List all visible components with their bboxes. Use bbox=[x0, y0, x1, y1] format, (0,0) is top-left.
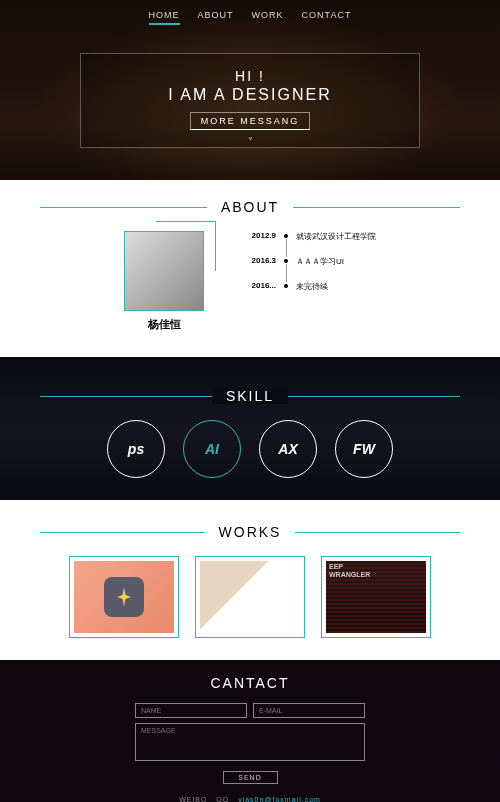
about-title: ABOUT bbox=[0, 198, 500, 216]
skill-title: SKILL bbox=[0, 387, 500, 405]
chevron-down-icon[interactable]: ˅ bbox=[81, 136, 419, 147]
dot-icon bbox=[284, 284, 288, 288]
nav-home[interactable]: HOME bbox=[149, 10, 180, 25]
works-title: WORKS bbox=[0, 523, 500, 541]
skill-ai[interactable]: AI bbox=[183, 420, 241, 478]
skill-fw[interactable]: FW bbox=[335, 420, 393, 478]
nav-about[interactable]: ABOUT bbox=[198, 10, 234, 25]
footer-email[interactable]: yjas0n@foxmail.com bbox=[238, 796, 321, 802]
about-photo-wrap: 杨佳恒 bbox=[124, 231, 204, 332]
timeline-item: 2016...未完待续 bbox=[244, 281, 376, 292]
message-field[interactable] bbox=[135, 723, 365, 761]
skill-ax[interactable]: AX bbox=[259, 420, 317, 478]
about-section: ABOUT 杨佳恒 2012.9就读武汉设计工程学院 2016.3ＡＡＡ学习UI… bbox=[0, 198, 500, 357]
contact-title: CANTACT bbox=[0, 675, 500, 691]
send-button[interactable]: SEND bbox=[223, 771, 278, 784]
hero-tagline: I AM A DESIGNER bbox=[81, 86, 419, 104]
hero-box: HI ! I AM A DESIGNER MORE MESSANG ˅ bbox=[80, 53, 420, 148]
timeline-item: 2012.9就读武汉设计工程学院 bbox=[244, 231, 376, 242]
dot-icon bbox=[284, 259, 288, 263]
photo-frame-accent bbox=[156, 221, 216, 271]
skill-section: SKILL ps AI AX FW bbox=[0, 357, 500, 500]
skill-ps[interactable]: ps bbox=[107, 420, 165, 478]
contact-section: CANTACT SEND WEIBO QQ yjas0n@foxmail.com bbox=[0, 660, 500, 802]
work-card-3[interactable]: EEPWRANGLER bbox=[321, 556, 431, 638]
nav-work[interactable]: WORK bbox=[252, 10, 284, 25]
work-card-2[interactable] bbox=[195, 556, 305, 638]
main-nav: HOME ABOUT WORK CONTACT bbox=[0, 0, 500, 35]
nav-contact[interactable]: CONTACT bbox=[302, 10, 352, 25]
dot-icon bbox=[284, 234, 288, 238]
footer: WEIBO QQ yjas0n@foxmail.com bbox=[0, 796, 500, 802]
email-field[interactable] bbox=[253, 703, 365, 718]
hero-hi: HI ! bbox=[81, 68, 419, 84]
name-field[interactable] bbox=[135, 703, 247, 718]
feather-icon bbox=[104, 577, 144, 617]
contact-form: SEND bbox=[135, 703, 365, 784]
more-button[interactable]: MORE MESSANG bbox=[190, 112, 311, 130]
hero-section: HOME ABOUT WORK CONTACT HI ! I AM A DESI… bbox=[0, 0, 500, 180]
timeline-item: 2016.3ＡＡＡ学习UI bbox=[244, 256, 376, 267]
footer-qq[interactable]: QQ bbox=[216, 796, 229, 802]
work-card-1[interactable] bbox=[69, 556, 179, 638]
profile-name: 杨佳恒 bbox=[124, 317, 204, 332]
works-section: WORKS EEPWRANGLER bbox=[0, 500, 500, 660]
footer-weibo[interactable]: WEIBO bbox=[179, 796, 207, 802]
timeline: 2012.9就读武汉设计工程学院 2016.3ＡＡＡ学习UI 2016...未完… bbox=[244, 231, 376, 332]
